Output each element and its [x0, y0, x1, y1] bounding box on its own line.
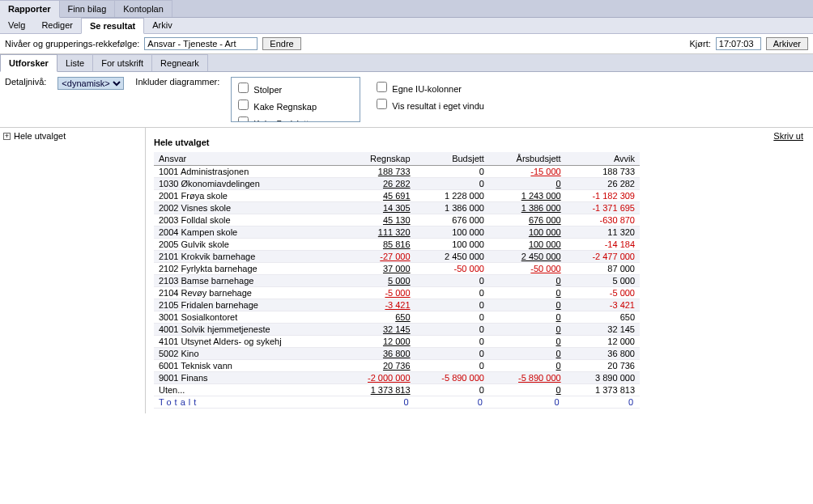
cell-aarsbudsjett[interactable]: 100 000 — [489, 227, 566, 239]
tab-velg[interactable]: Velg — [0, 18, 33, 33]
print-link[interactable]: Skriv ut — [773, 131, 803, 141]
cell-aarsbudsjett[interactable]: 2 450 000 — [489, 251, 566, 263]
col-budsjett[interactable]: Budsjett — [415, 152, 489, 166]
cell-avvik: -5 000 — [566, 287, 640, 299]
tree-item-hele-utvalget[interactable]: + Hele utvalget — [3, 131, 142, 141]
cell-regnskap[interactable]: 650 — [341, 311, 415, 324]
view-tabs: Utforsker Liste For utskrift Regneark — [0, 54, 813, 72]
cell-aarsbudsjett[interactable]: 0 — [489, 287, 566, 299]
cell-regnskap[interactable]: -3 421 — [341, 299, 415, 311]
cell-aarsbudsjett[interactable]: 0 — [489, 324, 566, 336]
endre-button[interactable]: Endre — [262, 37, 300, 50]
cell-aarsbudsjett[interactable]: 0 — [489, 384, 566, 396]
tab-se-resultat[interactable]: Se resultat — [81, 18, 144, 34]
cell-regnskap[interactable]: 45 130 — [341, 214, 415, 227]
col-aarsbudsjett[interactable]: Årsbudsjett — [489, 152, 566, 166]
table-row[interactable]: 9001 Finans-2 000 000-5 890 000-5 890 00… — [154, 372, 640, 384]
cell-budsjett: 0 — [415, 384, 489, 396]
table-row[interactable]: 6001 Teknisk vann20 7360020 736 — [154, 360, 640, 372]
col-ansvar[interactable]: Ansvar — [154, 152, 341, 166]
tab-regneark[interactable]: Regneark — [152, 54, 208, 71]
cell-ansvar: 6001 Teknisk vann — [154, 360, 341, 372]
tab-rapporter[interactable]: Rapporter — [0, 0, 60, 18]
tab-rediger[interactable]: Rediger — [33, 18, 81, 33]
table-row[interactable]: 2003 Folldal skole45 130676 000676 000-6… — [154, 214, 640, 227]
table-row[interactable]: Uten...1 373 813001 373 813 — [154, 384, 640, 396]
table-row[interactable]: 2104 Revøy barnehage-5 00000-5 000 — [154, 287, 640, 299]
table-row[interactable]: 2102 Fyrlykta barnehage37 000-50 000-50 … — [154, 263, 640, 275]
tab-kontoplan[interactable]: Kontoplan — [115, 0, 172, 17]
cell-regnskap[interactable]: 14 305 — [341, 202, 415, 214]
cell-regnskap[interactable]: 36 800 — [341, 348, 415, 360]
expand-icon[interactable]: + — [3, 133, 11, 140]
cell-avvik: -630 870 — [566, 214, 640, 227]
cell-regnskap[interactable]: -27 000 — [341, 251, 415, 263]
cell-aarsbudsjett[interactable]: 0 — [489, 360, 566, 372]
cell-regnskap[interactable]: 20 736 — [341, 360, 415, 372]
cell-aarsbudsjett[interactable]: 100 000 — [489, 239, 566, 251]
tab-arkiv[interactable]: Arkiv — [144, 18, 180, 33]
table-row[interactable]: 4101 Utsynet Alders- og sykehj12 0000012… — [154, 336, 640, 348]
check-stolper[interactable] — [238, 83, 249, 93]
tab-utforsker[interactable]: Utforsker — [0, 54, 57, 72]
tab-for-utskrift[interactable]: For utskrift — [93, 54, 152, 71]
cell-regnskap[interactable]: 32 145 — [341, 324, 415, 336]
cell-regnskap[interactable]: 12 000 — [341, 336, 415, 348]
cell-regnskap[interactable]: -2 000 000 — [341, 372, 415, 384]
table-row[interactable]: 2004 Kampen skole111 320100 000100 00011… — [154, 227, 640, 239]
check-kake-budsjett[interactable] — [238, 116, 249, 122]
table-row[interactable]: 4001 Solvik hjemmetjeneste32 1450032 145 — [154, 324, 640, 336]
cell-regnskap[interactable]: 188 733 — [341, 166, 415, 178]
table-row[interactable]: 1001 Administrasjonen188 7330-15 000188 … — [154, 166, 640, 178]
cell-avvik: 20 736 — [566, 360, 640, 372]
arkiver-button[interactable]: Arkiver — [766, 37, 808, 50]
table-row[interactable]: 2005 Gulvik skole85 816100 000100 000-14… — [154, 239, 640, 251]
cell-aarsbudsjett[interactable]: 676 000 — [489, 214, 566, 227]
table-row[interactable]: 2105 Fridalen barnehage-3 42100-3 421 — [154, 299, 640, 311]
check-egne-iu[interactable] — [377, 82, 387, 92]
grouping-input[interactable] — [144, 37, 258, 50]
table-row[interactable]: 2101 Krokvik barnehage-27 0002 450 0002 … — [154, 251, 640, 263]
check-kake-regnskap[interactable] — [238, 100, 249, 110]
cell-regnskap[interactable]: 111 320 — [341, 227, 415, 239]
cell-aarsbudsjett[interactable]: 0 — [489, 336, 566, 348]
cell-budsjett: 0 — [415, 311, 489, 324]
table-row[interactable]: 1030 Økonomiavdelingen26 2820026 282 — [154, 178, 640, 190]
table-row[interactable]: 2103 Bamse barnehage5 000005 000 — [154, 275, 640, 287]
cell-avvik: 3 890 000 — [566, 372, 640, 384]
cell-aarsbudsjett[interactable]: 0 — [489, 178, 566, 190]
cell-regnskap[interactable]: 45 691 — [341, 190, 415, 202]
diagram-checklist[interactable]: Stolper Kake Regnskap Kake Budsjett — [231, 77, 360, 122]
cell-regnskap[interactable]: 85 816 — [341, 239, 415, 251]
cell-aarsbudsjett[interactable]: 0 — [489, 275, 566, 287]
cell-aarsbudsjett[interactable]: 0 — [489, 348, 566, 360]
cell-aarsbudsjett[interactable]: -5 890 000 — [489, 372, 566, 384]
table-row[interactable]: 5002 Kino36 8000036 800 — [154, 348, 640, 360]
cell-regnskap[interactable]: 5 000 — [341, 275, 415, 287]
cell-aarsbudsjett[interactable]: -15 000 — [489, 166, 566, 178]
cell-avvik: 1 373 813 — [566, 384, 640, 396]
detaljniva-select[interactable]: <dynamisk> — [57, 77, 124, 90]
col-avvik[interactable]: Avvik — [566, 152, 640, 166]
cell-regnskap[interactable]: -5 000 — [341, 287, 415, 299]
cell-aarsbudsjett[interactable]: 0 — [489, 311, 566, 324]
tab-finn-bilag[interactable]: Finn bilag — [60, 0, 116, 17]
tab-liste[interactable]: Liste — [57, 54, 93, 71]
cell-aarsbudsjett[interactable]: -50 000 — [489, 263, 566, 275]
cell-avvik: 32 145 — [566, 324, 640, 336]
toolbar: Nivåer og grupperings-rekkefølge: Endre … — [0, 34, 813, 54]
cell-aarsbudsjett[interactable]: 0 — [489, 299, 566, 311]
grouping-label: Nivåer og grupperings-rekkefølge: — [5, 39, 139, 49]
cell-regnskap[interactable]: 37 000 — [341, 263, 415, 275]
table-row[interactable]: 2002 Visnes skole14 3051 386 0001 386 00… — [154, 202, 640, 214]
cell-aarsbudsjett[interactable]: 1 386 000 — [489, 202, 566, 214]
cell-regnskap[interactable]: 1 373 813 — [341, 384, 415, 396]
cell-ansvar: 2005 Gulvik skole — [154, 239, 341, 251]
check-vis-eget-vindu[interactable] — [377, 99, 387, 109]
cell-regnskap[interactable]: 26 282 — [341, 178, 415, 190]
cell-aarsbudsjett[interactable]: 1 243 000 — [489, 190, 566, 202]
table-row[interactable]: 3001 Sosialkontoret65000650 — [154, 311, 640, 324]
cell-ansvar: 2103 Bamse barnehage — [154, 275, 341, 287]
table-row[interactable]: 2001 Frøya skole45 6911 228 0001 243 000… — [154, 190, 640, 202]
col-regnskap[interactable]: Regnskap — [341, 152, 415, 166]
